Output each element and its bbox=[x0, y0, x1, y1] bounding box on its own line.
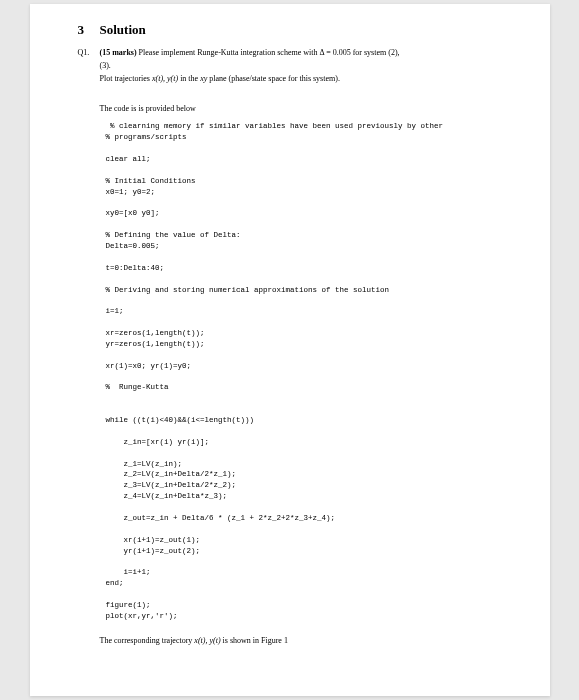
question-line-3: Plot trajectories x(t), y(t) in the xy p… bbox=[100, 74, 510, 85]
question-line-2: (3). bbox=[100, 61, 510, 72]
closing-b: is shown in Figure 1 bbox=[221, 636, 288, 645]
xy-t: x(t), y(t) bbox=[152, 74, 178, 83]
question-block: Q1. (15 marks) Please implement Runge-Ku… bbox=[78, 48, 510, 84]
closing-text: The corresponding trajectory x(t), y(t) … bbox=[100, 636, 510, 645]
q1b: for system (2), bbox=[351, 48, 400, 57]
section-number: 3 bbox=[78, 22, 100, 38]
question-text-1: (15 marks) Please implement Runge-Kutta … bbox=[100, 48, 510, 59]
q3c: plane (phase/state space for this system… bbox=[207, 74, 340, 83]
q3a: Plot trajectories bbox=[100, 74, 152, 83]
section-title: Solution bbox=[100, 22, 146, 38]
section-header: 3 Solution bbox=[78, 22, 510, 38]
document-page: 3 Solution Q1. (15 marks) Please impleme… bbox=[30, 4, 550, 696]
q3b: in the bbox=[178, 74, 200, 83]
intro-text: The code is is provided below bbox=[100, 104, 510, 113]
delta-eq: Δ = 0.005 bbox=[319, 48, 350, 57]
closing-xy: x(t), y(t) bbox=[194, 636, 220, 645]
marks-text: (15 marks) bbox=[100, 48, 137, 57]
code-block: % clearning memory if similar variables … bbox=[106, 121, 510, 621]
q1a: Please implement Runge-Kutta integration… bbox=[137, 48, 320, 57]
closing-a: The corresponding trajectory bbox=[100, 636, 195, 645]
question-row-1: Q1. (15 marks) Please implement Runge-Ku… bbox=[78, 48, 510, 59]
question-label: Q1. bbox=[78, 48, 100, 59]
